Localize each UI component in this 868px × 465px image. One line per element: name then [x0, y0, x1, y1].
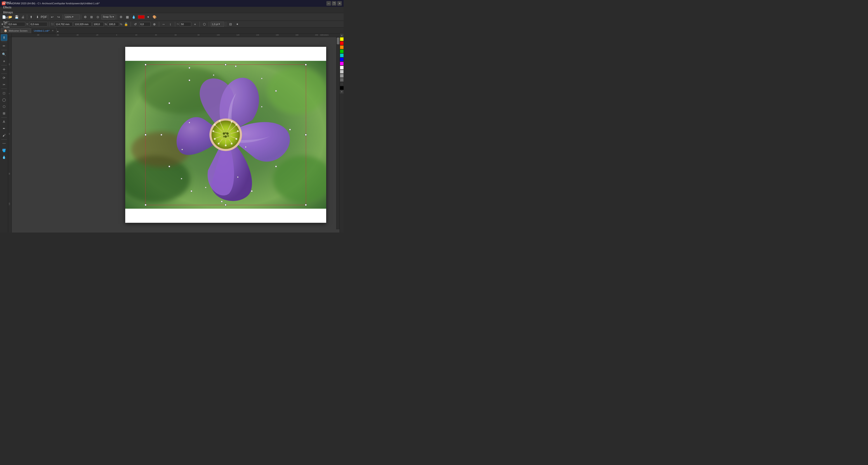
active-color-box[interactable]: [138, 15, 145, 19]
control-point-3[interactable]: [261, 106, 262, 108]
export-button[interactable]: ⬇: [35, 14, 40, 20]
snap-options-button[interactable]: ⚙: [82, 14, 88, 20]
import-button[interactable]: ⬆: [28, 14, 34, 20]
text-tool[interactable]: A: [1, 118, 7, 125]
node-10[interactable]: [160, 134, 162, 136]
height-percent-input[interactable]: [108, 22, 119, 26]
rotate-center-button[interactable]: ⊕: [151, 21, 157, 27]
swatch-gray[interactable]: [340, 74, 344, 78]
node-count-input[interactable]: [180, 22, 191, 26]
close-button[interactable]: ✕: [337, 1, 342, 6]
drawing-canvas[interactable]: [12, 37, 336, 233]
node-12[interactable]: [188, 79, 190, 81]
polygon-tool[interactable]: ⬡: [1, 104, 7, 110]
control-point-8[interactable]: [182, 149, 183, 150]
vscroll-thumb[interactable]: [337, 37, 340, 44]
zoom-dropdown[interactable]: 100% ▾: [64, 14, 80, 20]
rotate-ccw-button[interactable]: ↺: [132, 21, 138, 27]
y-input[interactable]: [29, 22, 48, 26]
add-node-button[interactable]: +: [192, 21, 198, 27]
node-9[interactable]: [168, 166, 170, 167]
color-manager-button[interactable]: 🎨: [151, 14, 157, 20]
lock-aspect-button[interactable]: 🔒: [123, 21, 129, 27]
control-point-1[interactable]: [213, 75, 214, 76]
crosshair-tool[interactable]: ✛: [1, 66, 7, 72]
select-tool[interactable]: ⬆: [1, 34, 7, 41]
convert-to-curves-button[interactable]: ⬡: [202, 21, 207, 27]
flip-v-button[interactable]: ↕: [167, 21, 174, 27]
flip-h-button[interactable]: ↔: [161, 21, 166, 27]
swatch-blue[interactable]: [340, 58, 344, 61]
node-1[interactable]: [188, 67, 190, 69]
settings-button[interactable]: ⚙: [118, 14, 124, 20]
restore-button[interactable]: ❐: [332, 1, 336, 6]
x-input[interactable]: [7, 22, 25, 26]
menu-item-effects[interactable]: Effects: [1, 5, 15, 10]
palette-scroll-down[interactable]: ▼: [340, 90, 344, 94]
save-button[interactable]: 💾: [13, 14, 20, 20]
swatch-cyan[interactable]: [340, 54, 344, 57]
swatch-red[interactable]: [340, 41, 344, 45]
brush-tool[interactable]: 🖌: [1, 132, 7, 138]
swatch-green[interactable]: [340, 50, 344, 53]
swatch-dark-gray[interactable]: [340, 78, 344, 82]
node-8[interactable]: [191, 190, 192, 192]
angle-input[interactable]: [139, 22, 151, 26]
control-point-6[interactable]: [205, 187, 206, 188]
swatch-white[interactable]: [340, 66, 344, 69]
node-3[interactable]: [275, 90, 277, 92]
node-7[interactable]: [221, 201, 223, 202]
ellipse-tool[interactable]: ◯: [1, 96, 7, 103]
node-11[interactable]: [168, 102, 170, 104]
fill-tool[interactable]: 🪣: [1, 147, 7, 153]
tab-close-icon[interactable]: ✕: [52, 29, 54, 32]
width-percent-input[interactable]: [92, 22, 104, 26]
open-button[interactable]: 📂: [7, 14, 13, 20]
minimize-button[interactable]: ─: [327, 1, 331, 6]
view-options-button[interactable]: ▦: [124, 14, 130, 20]
snap-magnet-button[interactable]: ⊙: [95, 14, 101, 20]
node-2[interactable]: [235, 65, 237, 67]
swatch-light-gray[interactable]: [340, 70, 344, 74]
vscroll[interactable]: [336, 37, 340, 229]
tab-document[interactable]: Untitled-1.cdr* ✕: [31, 28, 57, 33]
shape-select-tool[interactable]: ◻: [1, 90, 7, 96]
control-point-4[interactable]: [245, 146, 246, 148]
pen-tool[interactable]: ✒: [1, 125, 7, 132]
node-5[interactable]: [275, 166, 277, 167]
snap-to-grid-button[interactable]: ⊞: [89, 14, 94, 20]
crop-tool[interactable]: ✂: [1, 81, 7, 88]
align-button[interactable]: ⊟: [228, 21, 234, 27]
control-point-7[interactable]: [181, 178, 182, 179]
palette-scroll-up[interactable]: ▲: [340, 33, 344, 37]
add-tab-button[interactable]: +: [57, 30, 59, 33]
star-tool[interactable]: ⊞: [1, 110, 7, 116]
canvas-area[interactable]: -80 -60 -40 -20 0 20 40 60 80 100 120 14…: [8, 33, 340, 233]
color-picker-button[interactable]: 💧: [131, 14, 136, 20]
print-button[interactable]: 🖨: [20, 14, 26, 20]
publish-button[interactable]: PDF: [41, 14, 47, 20]
smear-tool[interactable]: 〰: [1, 141, 7, 147]
redo-button[interactable]: ↪: [56, 14, 61, 20]
menu-item-object[interactable]: Object: [1, 0, 15, 5]
new-button[interactable]: 📄: [1, 14, 7, 20]
tab-welcome[interactable]: 🏠 Welcome Screen: [1, 28, 31, 33]
swatch-yellow[interactable]: [340, 37, 344, 41]
freehand-tool[interactable]: ✏: [1, 43, 7, 49]
line-width-dropdown[interactable]: 1,0 pt ▾: [211, 22, 224, 27]
zoom-tool[interactable]: 🔍: [1, 51, 7, 57]
control-point-9[interactable]: [189, 122, 190, 123]
eyedropper-tool[interactable]: 💧: [1, 154, 7, 161]
node-6[interactable]: [251, 190, 253, 192]
transform-tool[interactable]: ⟳: [1, 75, 7, 81]
swatch-orange[interactable]: [340, 46, 344, 49]
zoom-subtools[interactable]: ⊕: [1, 58, 7, 64]
swatch-magenta[interactable]: [340, 62, 344, 65]
control-point-5[interactable]: [237, 176, 239, 178]
swatch-darker-gray[interactable]: [340, 82, 344, 86]
undo-button[interactable]: ↩: [49, 14, 55, 20]
height-input[interactable]: [73, 22, 92, 26]
color-options-button[interactable]: ▾: [145, 14, 151, 20]
swatch-black[interactable]: [340, 86, 344, 90]
node-4[interactable]: [289, 129, 291, 130]
